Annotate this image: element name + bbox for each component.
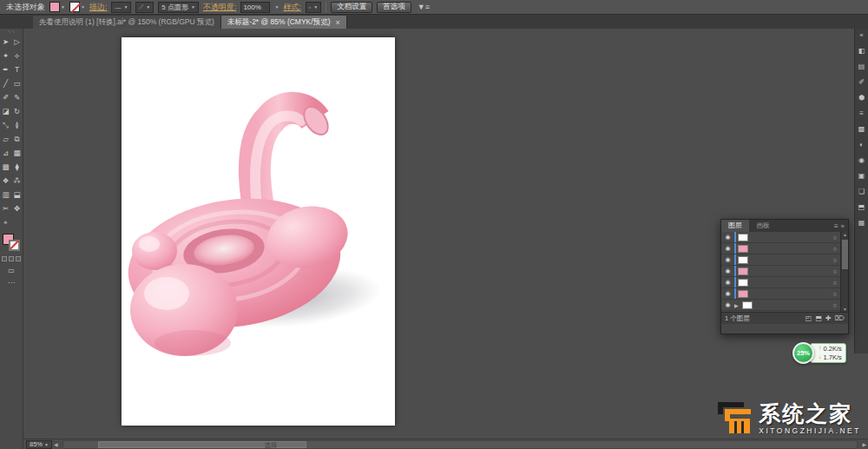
visibility-eye-icon[interactable]: ◉ xyxy=(723,234,733,241)
draw-normal-mode-icon[interactable] xyxy=(2,256,7,261)
draw-inside-mode-icon[interactable] xyxy=(16,256,21,261)
shape-builder-tool[interactable]: ⧉ xyxy=(11,132,23,146)
pencil-tool[interactable]: ✎ xyxy=(11,90,23,104)
delete-layer-icon[interactable]: ⌦ xyxy=(835,314,845,322)
type-tool[interactable]: T xyxy=(11,63,23,76)
stroke-color-control[interactable]: ▼ xyxy=(69,2,85,12)
collapse-panel-icon[interactable]: » xyxy=(841,222,845,230)
toolbar-more-icon[interactable]: ⋯ xyxy=(8,279,15,287)
stroke-panel-icon[interactable]: ≡ xyxy=(857,109,867,118)
document-setup-button[interactable]: 文档设置 xyxy=(331,2,372,13)
layers-scrollbar[interactable]: ▲ ▼ xyxy=(840,232,848,312)
selection-tool[interactable]: ➤ xyxy=(0,35,11,49)
visibility-eye-icon[interactable]: ◉ xyxy=(723,256,733,263)
visibility-eye-icon[interactable]: ◉ xyxy=(723,279,733,286)
preferences-button[interactable]: 首选项 xyxy=(377,2,411,13)
visibility-eye-icon[interactable]: ◉ xyxy=(723,290,733,297)
transparency-panel-icon[interactable]: ◐ xyxy=(857,140,867,149)
rectangle-tool[interactable]: ▭ xyxy=(11,76,23,90)
visibility-eye-icon[interactable]: ◉ xyxy=(723,267,733,274)
scroll-right-icon[interactable]: ▶ xyxy=(860,441,868,447)
swatches-panel-icon[interactable]: ▤ xyxy=(857,62,867,71)
gradient-tool[interactable]: ▩ xyxy=(0,160,11,174)
paintbrush-tool[interactable]: ✐ xyxy=(0,90,11,104)
scroll-down-icon[interactable]: ▼ xyxy=(841,307,848,312)
artboard-tool[interactable]: ⬓ xyxy=(11,188,23,201)
opacity-input[interactable] xyxy=(240,2,270,13)
width-tool[interactable]: ≬ xyxy=(11,118,23,132)
screen-mode-icon[interactable]: ▭ xyxy=(8,267,15,274)
scale-tool[interactable]: ⤡ xyxy=(0,118,11,132)
column-graph-tool[interactable]: ▥ xyxy=(0,188,11,201)
stroke-weight-dropdown[interactable]: — ▼ xyxy=(111,2,131,13)
document-tab-2[interactable]: 未标题-2* @ 85% (CMYK/预览) × xyxy=(221,16,347,29)
close-icon[interactable]: × xyxy=(335,18,339,27)
slice-tool[interactable]: ✂ xyxy=(0,201,11,215)
width-profile-dropdown[interactable]: ⟋ ▼ xyxy=(135,2,154,13)
control-panel-menu-icon[interactable]: ▼≡ xyxy=(418,3,430,11)
chevron-down-icon[interactable]: ▼ xyxy=(274,4,279,10)
perspective-grid-tool[interactable]: ⊿ xyxy=(0,146,11,160)
target-circle-icon[interactable]: ○ xyxy=(833,280,837,286)
target-circle-icon[interactable]: ○ xyxy=(833,234,837,241)
target-circle-icon[interactable]: ○ xyxy=(833,257,837,263)
tab-artboards[interactable]: 画板 xyxy=(749,220,777,232)
eyedropper-tool[interactable]: ⧫ xyxy=(11,160,23,174)
make-mask-icon[interactable]: ◰ xyxy=(806,314,812,322)
appearance-panel-icon[interactable]: ◉ xyxy=(857,155,867,165)
color-panel-icon[interactable]: ◧ xyxy=(857,46,867,56)
fill-color-swatch[interactable] xyxy=(49,2,60,12)
expand-triangle-icon[interactable]: ▶ xyxy=(734,302,740,308)
line-segment-tool[interactable]: ╱ xyxy=(0,76,11,90)
brush-definition-dropdown[interactable]: 5 点圆形 ▼ xyxy=(158,2,199,13)
stroke-panel-link[interactable]: 描边: xyxy=(89,2,108,13)
target-circle-icon[interactable]: ○ xyxy=(833,291,837,297)
libraries-panel-icon[interactable]: ▦ xyxy=(857,218,867,228)
target-circle-icon[interactable]: ○ xyxy=(833,246,837,252)
toolbar-stroke-swatch[interactable] xyxy=(9,240,20,251)
scrollbar-thumb[interactable] xyxy=(842,240,848,269)
scroll-up-icon[interactable]: ▲ xyxy=(841,232,848,237)
download-progress-badge[interactable]: 25% ↑ 0.2K/s ↓ 1.7K/s xyxy=(792,342,846,364)
symbol-sprayer-tool[interactable]: ⁂ xyxy=(11,174,23,188)
target-circle-icon[interactable]: ○ xyxy=(833,302,837,308)
toolbar-grip-icon[interactable]: ⠢⠢ xyxy=(8,29,16,35)
magic-wand-tool[interactable]: ✦ xyxy=(0,49,11,63)
layer-row[interactable]: ◉○ xyxy=(721,254,848,266)
zoom-tool[interactable]: ⌖ xyxy=(0,215,11,229)
layer-row[interactable]: ◉○ xyxy=(721,232,848,243)
style-dropdown[interactable]: ▫ ▼ xyxy=(306,2,321,13)
layers-panel-icon[interactable]: ❏ xyxy=(857,187,867,196)
artboard[interactable] xyxy=(122,37,395,426)
target-circle-icon[interactable]: ○ xyxy=(833,268,837,274)
new-layer-icon[interactable]: ✚ xyxy=(825,314,832,322)
pen-tool[interactable]: ✒ xyxy=(0,63,11,76)
scroll-left-icon[interactable]: ◀ xyxy=(52,441,60,447)
draw-behind-mode-icon[interactable] xyxy=(9,256,14,261)
fill-color-control[interactable]: ▼ xyxy=(49,2,65,12)
lasso-tool[interactable]: ⟡ xyxy=(11,49,23,63)
new-sublayer-icon[interactable]: ⬒ xyxy=(815,314,822,322)
document-tab-1[interactable]: 先看使用说明 (1) [转换].ai* @ 150% (RGB/GPU 预览) xyxy=(33,16,221,29)
direct-selection-tool[interactable]: ▷ xyxy=(11,35,23,49)
tab-layers[interactable]: 图层 xyxy=(721,220,749,232)
graphic-styles-panel-icon[interactable]: ▣ xyxy=(857,171,867,181)
expand-panels-icon[interactable]: « xyxy=(857,30,867,40)
zoom-level-dropdown[interactable]: 85% ▼ xyxy=(26,440,52,449)
opacity-panel-link[interactable]: 不透明度: xyxy=(203,2,237,13)
layer-row[interactable]: ◉○ xyxy=(721,243,848,254)
visibility-eye-icon[interactable]: ◉ xyxy=(723,245,733,252)
mesh-tool[interactable]: ▦ xyxy=(11,146,23,160)
symbols-panel-icon[interactable]: ⬢ xyxy=(857,93,867,102)
brushes-panel-icon[interactable]: ✐ xyxy=(857,77,867,87)
gradient-panel-icon[interactable]: ▩ xyxy=(857,124,867,134)
stroke-color-swatch[interactable] xyxy=(69,2,80,12)
download-percent-circle[interactable]: 25% xyxy=(792,342,814,364)
horizontal-scrollbar[interactable]: 选择 xyxy=(62,440,858,449)
blend-tool[interactable]: ❖ xyxy=(0,174,11,188)
fill-stroke-indicator[interactable] xyxy=(3,234,20,251)
rotate-tool[interactable]: ↻ xyxy=(11,104,23,118)
eraser-tool[interactable]: ◪ xyxy=(0,104,11,118)
style-panel-link[interactable]: 样式: xyxy=(283,2,301,13)
layer-row[interactable]: ◉○ xyxy=(721,266,848,277)
